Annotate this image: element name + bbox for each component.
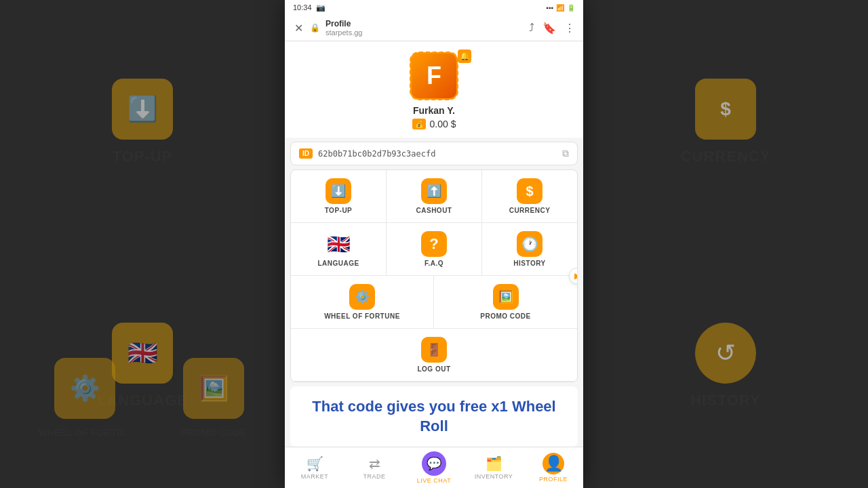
- faq-label: F.A.Q: [425, 260, 443, 267]
- battery-icon: 🔋: [567, 4, 575, 12]
- logout-icon: 🚪: [421, 337, 447, 363]
- status-bar: 10:34 📷 ▪▪▪ 📶 🔋: [285, 0, 583, 15]
- bookmark-icon[interactable]: 🔖: [542, 22, 556, 35]
- wheel-label: WHEEL OF FORTUNE: [324, 312, 400, 320]
- bg-icon-promo: 🖼️: [183, 358, 244, 419]
- menu-row-2: 🇬🇧 LANGUAGE ? F.A.Q 🕐 HISTORY: [291, 223, 577, 276]
- inventory-icon: 🗂️: [486, 455, 502, 472]
- nav-inventory[interactable]: 🗂️ INVENTORY: [464, 455, 524, 480]
- id-badge: ID: [299, 148, 313, 159]
- nav-market[interactable]: 🛒 MARKET: [285, 455, 344, 480]
- balance-row: 💰 0.00 $: [412, 119, 456, 129]
- language-icon: 🇬🇧: [326, 231, 351, 257]
- bg-label-currency: CURRENCY: [681, 148, 771, 165]
- bg-icon-wheel: ⚙️: [54, 358, 115, 419]
- menu-item-currency[interactable]: $ CURRENCY: [482, 170, 577, 222]
- market-icon: 🛒: [307, 455, 323, 472]
- livechat-icon: 💬: [422, 451, 446, 476]
- menu-item-topup[interactable]: ⬇️ TOP-UP: [291, 170, 387, 222]
- close-button[interactable]: ✕: [293, 20, 304, 36]
- status-left: 10:34 📷: [293, 3, 326, 12]
- menu-item-logout[interactable]: 🚪 LOG OUT: [291, 329, 577, 381]
- video-icon: 📷: [316, 3, 326, 12]
- menu-row-3: ⚙️ WHEEL OF FORTUNE 🖼️ PROMO CODE: [291, 276, 577, 329]
- bell-icon: 🔔: [460, 52, 470, 61]
- page-title: Profile: [326, 19, 524, 28]
- bg-promo: 🖼️ PROMO CODE: [180, 358, 246, 438]
- inventory-label: INVENTORY: [475, 473, 513, 480]
- topup-label: TOP-UP: [325, 207, 353, 214]
- nav-livechat[interactable]: 💬 LIVE CHAT: [404, 451, 464, 484]
- promo-icon: 🖼️: [493, 284, 519, 310]
- nav-trade[interactable]: ⇄ TRADE: [344, 455, 404, 480]
- wifi-icon: 📶: [556, 4, 564, 12]
- time: 10:34: [293, 3, 312, 12]
- menu-item-wheel[interactable]: ⚙️ WHEEL OF FORTUNE: [291, 276, 434, 328]
- bg-label-history: HISTORY: [690, 392, 761, 409]
- balance-amount: 0.00 $: [430, 119, 456, 129]
- browser-actions: ⤴ 🔖 ⋮: [529, 22, 575, 35]
- promo-banner: That code gives you free x1 Wheel Roll: [290, 386, 578, 447]
- user-id: 62b0b71bc0b2d7b93c3aecfd: [318, 149, 557, 159]
- status-right: ▪▪▪ 📶 🔋: [546, 4, 575, 12]
- faq-icon: ?: [421, 231, 447, 257]
- history-label: HISTORY: [513, 260, 545, 267]
- browser-bar: ✕ 🔒 Profile starpets.gg ⤴ 🔖 ⋮: [285, 15, 583, 41]
- bg-cell-currency: $ CURRENCY: [583, 0, 868, 244]
- avatar-letter: F: [427, 62, 441, 90]
- wallet-icon: 💰: [412, 119, 426, 129]
- cashout-label: CASHOUT: [416, 207, 452, 214]
- bg-bottom-row: ⚙️ WHEEL OF FORTU... 🖼️ PROMO CODE: [0, 344, 285, 451]
- profile-header: F 🔔 Furkan Y. 💰 0.00 $: [285, 41, 583, 138]
- menu-item-promo[interactable]: 🖼️ PROMO CODE: [434, 276, 577, 328]
- browser-url: starpets.gg: [326, 28, 524, 37]
- language-label: LANGUAGE: [317, 260, 359, 267]
- menu-item-history[interactable]: 🕐 HISTORY: [482, 223, 577, 275]
- notification-badge: 🔔: [458, 49, 471, 63]
- profile-label: PROFILE: [539, 476, 568, 483]
- wheel-icon: ⚙️: [349, 284, 375, 310]
- trade-label: TRADE: [363, 473, 385, 480]
- market-label: MARKET: [301, 473, 329, 480]
- url-container: Profile starpets.gg: [326, 19, 524, 37]
- more-icon[interactable]: ⋮: [564, 22, 575, 35]
- trade-icon: ⇄: [369, 455, 380, 472]
- promo-text: That code gives you free x1 Wheel Roll: [301, 397, 567, 436]
- bg-icon-currency: $: [695, 79, 756, 140]
- bg-label-topup: TOP-UP: [113, 148, 173, 165]
- bg-icon-topup: ⬇️: [112, 79, 173, 140]
- cashout-icon: ⬆️: [421, 178, 447, 204]
- lock-icon: 🔒: [310, 23, 320, 33]
- username: Furkan Y.: [413, 105, 455, 116]
- livechat-label: LIVE CHAT: [417, 477, 451, 484]
- bottom-nav: 🛒 MARKET ⇄ TRADE 💬 LIVE CHAT 🗂️ INVENTOR…: [285, 447, 583, 488]
- bg-cell-history: ↺ HISTORY: [583, 244, 868, 488]
- menu-item-faq[interactable]: ? F.A.Q: [387, 223, 482, 275]
- topup-icon: ⬇️: [326, 178, 351, 204]
- promo-label: PROMO CODE: [480, 312, 530, 320]
- share-icon[interactable]: ⤴: [529, 22, 534, 35]
- avatar-container: F 🔔: [410, 52, 458, 100]
- bg-label-promo: PROMO CODE: [180, 427, 246, 438]
- currency-icon: $: [517, 178, 542, 204]
- content-area: F 🔔 Furkan Y. 💰 0.00 $ ID 62b0b71bc0b2d7…: [285, 41, 583, 447]
- logout-label: LOG OUT: [417, 365, 450, 373]
- id-bar: ID 62b0b71bc0b2d7b93c3aecfd ⧉: [290, 142, 578, 165]
- signal-icon: ▪▪▪: [546, 4, 553, 12]
- currency-label: CURRENCY: [509, 207, 551, 214]
- bg-label-wheel: WHEEL OF FORTU...: [38, 427, 131, 438]
- bg-wheel: ⚙️ WHEEL OF FORTU...: [38, 358, 131, 438]
- bg-icon-history: ↺: [695, 323, 756, 384]
- menu-item-cashout[interactable]: ⬆️ CASHOUT: [387, 170, 482, 222]
- bg-cell-top-up: ⬇️ TOP-UP: [0, 0, 285, 244]
- avatar: F: [410, 52, 458, 100]
- menu-row-1: ⬇️ TOP-UP ⬆️ CASHOUT $ CURRENCY: [291, 170, 577, 223]
- history-icon: 🕐: [517, 231, 542, 257]
- profile-icon: 👤: [542, 453, 564, 474]
- copy-icon[interactable]: ⧉: [562, 148, 569, 159]
- menu-row-4: 🚪 LOG OUT: [291, 329, 577, 382]
- nav-profile[interactable]: 👤 PROFILE: [524, 453, 583, 483]
- menu-item-language[interactable]: 🇬🇧 LANGUAGE: [291, 223, 387, 275]
- profile-modal: 10:34 📷 ▪▪▪ 📶 🔋 ✕ 🔒 Profile starpets.gg …: [285, 0, 583, 488]
- menu-grid: ⬇️ TOP-UP ⬆️ CASHOUT $ CURRENCY 🇬🇧 LANGU…: [290, 169, 578, 382]
